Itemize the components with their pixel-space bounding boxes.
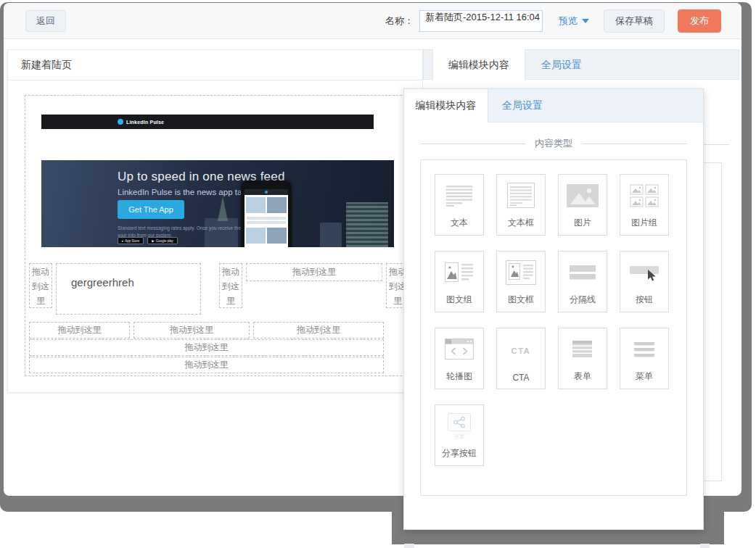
hero-spire bbox=[218, 196, 228, 221]
drop-zone[interactable]: 拖动到这里 bbox=[29, 322, 130, 339]
content-type-card-divider[interactable]: 分隔线 bbox=[558, 251, 607, 312]
content-type-label: 图文框 bbox=[508, 294, 534, 306]
content-type-card-menu[interactable]: 菜单 bbox=[620, 328, 669, 389]
hero-building bbox=[346, 202, 388, 247]
content-type-label: CTA bbox=[512, 373, 529, 383]
app-store-label: App Store bbox=[125, 239, 139, 243]
google-play-badge[interactable]: ▶Google play bbox=[147, 237, 178, 244]
content-type-label: 图片组 bbox=[631, 217, 657, 229]
app-store-badge[interactable]: ▸App Store bbox=[118, 237, 144, 244]
content-type-label: 分隔线 bbox=[570, 294, 596, 306]
content-type-card-textbox[interactable]: 文本框 bbox=[496, 174, 546, 236]
content-type-card-image[interactable]: 图片 bbox=[558, 174, 607, 236]
form-icon bbox=[572, 328, 593, 370]
content-type-label: 文本 bbox=[451, 217, 468, 229]
google-play-label: Google play bbox=[156, 239, 173, 243]
content-type-card-imagetextbox[interactable]: 图文框 bbox=[496, 251, 546, 312]
popover-tabs: 编辑模块内容 全局设置 bbox=[404, 89, 703, 123]
toolbar-right: 名称： 新着陆页-2015-12-11 16:04 预览 保存草稿 发布 bbox=[385, 9, 721, 33]
phone-feed-tiles bbox=[245, 195, 288, 215]
module-picker-popover: 编辑模块内容 全局设置 内容类型 文本文本框图片图片组图文组图文框分隔线按钮轮播… bbox=[403, 88, 704, 530]
drop-zone[interactable]: 拖动到这里 bbox=[29, 263, 52, 308]
content-type-card-button[interactable]: 按钮 bbox=[620, 251, 669, 312]
tab-edit-module-content[interactable]: 编辑模块内容 bbox=[432, 49, 525, 80]
image-icon bbox=[567, 175, 599, 217]
content-type-label: 轮播图 bbox=[446, 370, 472, 383]
content-type-label: 表单 bbox=[574, 370, 591, 383]
hero-building bbox=[320, 223, 342, 247]
background-window-corner bbox=[404, 544, 414, 548]
store-badges: ▸App Store ▶Google play bbox=[118, 237, 178, 244]
content-type-card-form[interactable]: 表单 bbox=[558, 328, 607, 389]
apple-icon: ▸ bbox=[122, 239, 123, 243]
text-module[interactable]: gergreerhreh bbox=[56, 263, 201, 315]
canvas-row-1: 拖动到这里 gergreerhreh 拖动到这里 拖动到这里 拖动到这里 bbox=[29, 263, 412, 315]
drop-zone[interactable]: 拖动到这里 bbox=[253, 322, 384, 339]
background-window-corner bbox=[700, 544, 710, 548]
tab-global-settings[interactable]: 全局设置 bbox=[541, 50, 582, 80]
image-text-frame-icon bbox=[505, 252, 537, 294]
content-type-card-text[interactable]: 文本 bbox=[435, 174, 484, 236]
content-type-card-imagegroup[interactable]: 图片组 bbox=[620, 174, 669, 236]
publish-button[interactable]: 发布 bbox=[678, 9, 721, 33]
drop-zone[interactable]: 拖动到这里 bbox=[219, 263, 242, 308]
content-type-divider: 内容类型 bbox=[420, 137, 687, 150]
content-type-label: 图片 bbox=[574, 217, 591, 229]
button-cursor-icon bbox=[628, 252, 660, 294]
play-icon: ▶ bbox=[152, 239, 154, 243]
page-canvas: LinkedIn Pulse Up to speed in one news f… bbox=[8, 80, 422, 376]
phone-feed-tiles bbox=[245, 225, 288, 246]
back-button[interactable]: 返回 bbox=[25, 10, 66, 32]
share-icon-caption: 分享 bbox=[454, 433, 464, 441]
get-the-app-button[interactable]: Get The App bbox=[118, 200, 184, 219]
preview-label: 预览 bbox=[559, 14, 578, 28]
name-input[interactable]: 新着陆页-2015-12-11 16:04 bbox=[419, 10, 543, 32]
drop-zone[interactable]: 拖动到这里 bbox=[133, 322, 250, 339]
phone-status-bar bbox=[245, 189, 288, 195]
content-type-title: 内容类型 bbox=[535, 137, 572, 150]
divider-icon bbox=[568, 252, 597, 294]
linkedin-pulse-logo-icon bbox=[118, 119, 123, 125]
canvas-drop-container[interactable]: LinkedIn Pulse Up to speed in one news f… bbox=[25, 95, 413, 376]
content-type-label: 分享按钮 bbox=[442, 447, 477, 460]
page: 返回 名称： 新着陆页-2015-12-11 16:04 预览 保存草稿 发布 … bbox=[0, 0, 756, 548]
content-type-label: 按钮 bbox=[636, 294, 653, 306]
preview-dropdown[interactable]: 预览 bbox=[559, 14, 589, 28]
page-title: 新建着陆页 bbox=[8, 50, 422, 80]
phone-mockup bbox=[241, 180, 292, 247]
content-type-card-imagetextgroup[interactable]: 图文组 bbox=[435, 251, 484, 312]
settings-panel-tabs: 编辑模块内容 全局设置 bbox=[423, 49, 739, 80]
image-group-icon bbox=[630, 175, 659, 217]
name-label: 名称： bbox=[385, 14, 414, 28]
cta-icon: CTA bbox=[511, 328, 530, 373]
content-type-card-sharebutton[interactable]: 分享分享按钮 bbox=[435, 404, 484, 466]
text-lines-icon bbox=[445, 175, 474, 217]
content-type-grid: 文本文本框图片图片组图文组图文框分隔线按钮轮播图CTACTA表单菜单分享分享按钮 bbox=[421, 160, 686, 466]
share-icon: 分享 bbox=[445, 405, 473, 447]
image-text-icon bbox=[444, 252, 474, 294]
carousel-icon bbox=[444, 328, 474, 370]
drop-zone[interactable]: 拖动到这里 bbox=[246, 263, 382, 281]
content-type-card-carousel[interactable]: 轮播图 bbox=[435, 328, 484, 389]
menu-icon bbox=[633, 328, 655, 370]
content-type-label: 菜单 bbox=[636, 370, 653, 383]
content-type-label: 文本框 bbox=[508, 217, 534, 229]
hero-image-module[interactable]: Up to speed in one news feed LinkedIn Pu… bbox=[41, 160, 394, 247]
content-type-label: 图文组 bbox=[446, 294, 472, 306]
drop-zone[interactable]: 拖动到这里 bbox=[29, 339, 384, 356]
page-editor-panel: 新建着陆页 LinkedIn Pulse Up to speed in one … bbox=[7, 49, 423, 393]
menu-brand-label: LinkedIn Pulse bbox=[126, 120, 164, 125]
tab-edit-module-content[interactable]: 编辑模块内容 bbox=[404, 89, 488, 123]
canvas-row-2: 拖动到这里 拖动到这里 拖动到这里 bbox=[29, 322, 412, 339]
text-frame-icon bbox=[506, 175, 535, 217]
toolbar: 返回 名称： 新着陆页-2015-12-11 16:04 预览 保存草稿 发布 bbox=[4, 3, 741, 39]
content-type-card-cta[interactable]: CTACTA bbox=[496, 328, 546, 389]
tab-global-settings[interactable]: 全局设置 bbox=[502, 89, 543, 123]
content-type-box: 文本文本框图片图片组图文组图文框分隔线按钮轮播图CTACTA表单菜单分享分享按钮 bbox=[420, 159, 687, 496]
drop-zone[interactable]: 拖动到这里 bbox=[29, 357, 384, 373]
phone-screen bbox=[245, 189, 288, 247]
chevron-down-icon bbox=[582, 19, 589, 23]
menu-module[interactable]: LinkedIn Pulse bbox=[41, 115, 374, 129]
save-draft-button[interactable]: 保存草稿 bbox=[604, 9, 665, 33]
